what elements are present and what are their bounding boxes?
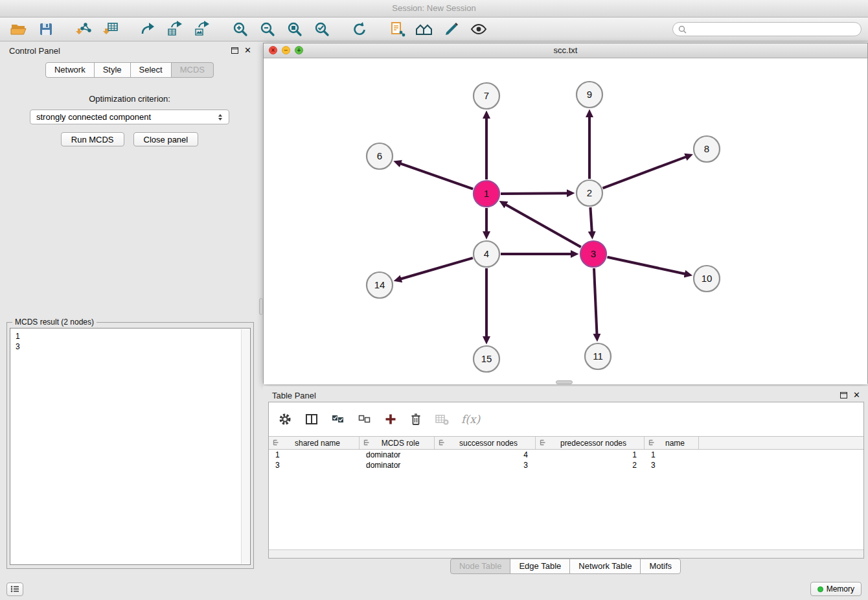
graph-node[interactable]: 8 bbox=[694, 136, 720, 162]
graph-node[interactable]: 6 bbox=[367, 143, 393, 169]
zoom-selected-icon[interactable] bbox=[312, 19, 332, 40]
refresh-icon[interactable] bbox=[349, 19, 370, 40]
add-column-icon[interactable] bbox=[384, 413, 397, 426]
graph-node[interactable]: 9 bbox=[577, 82, 602, 108]
close-button[interactable]: × bbox=[269, 46, 277, 54]
tab-select[interactable]: Select bbox=[130, 62, 172, 78]
open-folder-icon[interactable] bbox=[8, 19, 29, 40]
tab-edge-table[interactable]: Edge Table bbox=[510, 559, 570, 574]
import-network-icon[interactable] bbox=[73, 19, 94, 40]
search-input[interactable] bbox=[691, 24, 856, 34]
table-cell[interactable]: 3 bbox=[645, 460, 699, 470]
zoom-button[interactable]: + bbox=[295, 46, 303, 54]
memory-button[interactable]: Memory bbox=[810, 582, 862, 596]
graph-node[interactable]: 2 bbox=[577, 180, 602, 206]
tab-motifs[interactable]: Motifs bbox=[640, 559, 681, 574]
vertical-splitter-handle[interactable] bbox=[259, 298, 263, 315]
import-table-icon[interactable] bbox=[100, 19, 121, 40]
graph-node[interactable]: 14 bbox=[367, 272, 393, 298]
column-header-mcds-role[interactable]: MCDS role bbox=[360, 437, 435, 449]
network-canvas[interactable]: 7968124314101511 bbox=[264, 58, 867, 384]
export-table-icon[interactable] bbox=[165, 19, 186, 40]
zoom-in-icon[interactable] bbox=[230, 19, 251, 40]
first-neighbors-icon[interactable] bbox=[414, 19, 435, 40]
table-header-row: shared nameMCDS rolesuccessor nodesprede… bbox=[269, 436, 863, 450]
float-table-panel-icon[interactable] bbox=[840, 392, 847, 398]
style-brush-icon[interactable] bbox=[441, 19, 462, 40]
delete-column-icon[interactable] bbox=[409, 412, 422, 426]
close-table-panel-icon[interactable]: ✕ bbox=[853, 391, 860, 399]
graph-node[interactable]: 1 bbox=[474, 181, 499, 207]
close-panel-icon[interactable]: ✕ bbox=[244, 47, 251, 54]
horizontal-splitter-handle[interactable] bbox=[556, 380, 573, 384]
zoom-out-icon[interactable] bbox=[257, 19, 278, 40]
optimization-criterion-select[interactable]: strongly connected component bbox=[30, 110, 229, 124]
gear-icon[interactable] bbox=[278, 412, 292, 426]
search-box[interactable] bbox=[672, 22, 862, 36]
tab-network[interactable]: Network bbox=[45, 62, 95, 78]
export-network-icon[interactable] bbox=[138, 19, 159, 40]
tab-node-table[interactable]: Node Table bbox=[450, 559, 511, 574]
function-builder-icon[interactable]: f(x) bbox=[461, 413, 480, 426]
delete-table-icon[interactable] bbox=[435, 413, 449, 426]
svg-text:9: 9 bbox=[587, 89, 592, 100]
graph-edge[interactable] bbox=[603, 157, 687, 188]
tab-network-table[interactable]: Network Table bbox=[569, 559, 641, 574]
graph-edge[interactable] bbox=[401, 258, 473, 279]
table-cell[interactable]: 2 bbox=[536, 460, 645, 470]
table-horizontal-scrollbar[interactable] bbox=[269, 549, 863, 558]
graph-node[interactable]: 4 bbox=[474, 241, 499, 267]
column-header-shared-name[interactable]: shared name bbox=[269, 437, 360, 449]
window-titlebar: Session: New Session bbox=[0, 0, 868, 17]
unselect-all-icon[interactable] bbox=[358, 413, 372, 426]
graph-edge[interactable] bbox=[608, 257, 685, 274]
table-panel-title: Table Panel bbox=[272, 391, 316, 400]
mcds-result-title: MCDS result (2 nodes) bbox=[12, 317, 97, 327]
task-history-button[interactable] bbox=[6, 583, 23, 596]
column-header-predecessor-nodes[interactable]: predecessor nodes bbox=[536, 437, 645, 449]
table-cell[interactable]: dominator bbox=[360, 450, 435, 460]
tab-mcds[interactable]: MCDS bbox=[171, 62, 214, 78]
close-panel-button[interactable]: Close panel bbox=[133, 132, 199, 146]
float-panel-icon[interactable] bbox=[231, 47, 238, 54]
tab-style[interactable]: Style bbox=[94, 62, 131, 78]
graph-edge[interactable] bbox=[506, 205, 581, 248]
network-window-title: scc.txt bbox=[554, 45, 578, 55]
status-bar: Memory bbox=[0, 578, 868, 600]
mcds-result-list[interactable]: 13 bbox=[10, 328, 251, 565]
save-icon[interactable] bbox=[36, 19, 56, 40]
graph-node[interactable]: 11 bbox=[585, 343, 611, 369]
control-panel-tabs: NetworkStyleSelectMCDS bbox=[0, 62, 259, 78]
table-cell[interactable]: 4 bbox=[435, 450, 536, 460]
table-row[interactable]: 3dominator323 bbox=[269, 460, 863, 470]
new-network-from-selection-icon[interactable] bbox=[387, 19, 407, 40]
select-all-icon[interactable] bbox=[331, 413, 345, 426]
table-cell[interactable]: dominator bbox=[360, 460, 435, 470]
table-cell[interactable]: 3 bbox=[435, 460, 536, 470]
graph-node[interactable]: 10 bbox=[694, 266, 720, 292]
graph-edge[interactable] bbox=[400, 163, 473, 189]
graph-edge[interactable] bbox=[501, 193, 567, 194]
graph-node[interactable]: 3 bbox=[580, 241, 606, 267]
result-scrollbar[interactable] bbox=[241, 329, 249, 564]
run-mcds-button[interactable]: Run MCDS bbox=[61, 132, 124, 146]
table-cell[interactable]: 1 bbox=[645, 450, 699, 460]
column-header-name[interactable]: name bbox=[645, 437, 699, 449]
graph-edge[interactable] bbox=[594, 268, 597, 334]
graph-node[interactable]: 15 bbox=[474, 346, 499, 372]
table-row[interactable]: 1dominator411 bbox=[269, 450, 863, 460]
table-body: 1dominator4113dominator323 bbox=[269, 450, 863, 470]
table-cell[interactable]: 3 bbox=[269, 460, 360, 470]
table-cell[interactable]: 1 bbox=[536, 450, 645, 460]
network-window-titlebar[interactable]: × − + scc.txt bbox=[264, 43, 867, 58]
mcds-result-line: 1 bbox=[16, 331, 250, 341]
graph-node[interactable]: 7 bbox=[474, 83, 499, 109]
graph-edge[interactable] bbox=[590, 207, 591, 232]
column-header-successor-nodes[interactable]: successor nodes bbox=[435, 437, 536, 449]
columns-icon[interactable] bbox=[304, 412, 319, 426]
table-cell[interactable]: 1 bbox=[269, 450, 360, 460]
show-hide-icon[interactable] bbox=[468, 19, 489, 40]
zoom-fit-icon[interactable] bbox=[284, 19, 305, 40]
minimize-button[interactable]: − bbox=[282, 46, 290, 54]
export-image-icon[interactable] bbox=[192, 19, 213, 40]
